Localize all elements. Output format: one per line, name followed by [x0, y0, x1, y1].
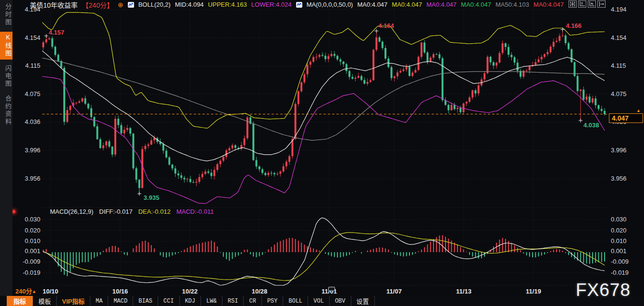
candle-body	[529, 66, 531, 71]
price-axis-label: 3.956	[25, 175, 40, 182]
candle-body	[148, 145, 149, 146]
tab-cr[interactable]: CR	[243, 296, 261, 306]
sidebar-item-timeline-chart[interactable]: 分时图	[0, 1, 12, 28]
price-axis-label: 3.996	[25, 147, 40, 154]
candle-body	[348, 71, 350, 77]
boll_mid-line	[42, 51, 605, 161]
candle-body	[276, 174, 278, 174]
tab-obv[interactable]: OBV	[329, 296, 351, 306]
candle-body	[231, 145, 233, 148]
candle-body	[162, 144, 164, 151]
tab-template[interactable]: 模板	[33, 296, 56, 306]
candle-body	[172, 165, 173, 169]
tab-settings[interactable]: 设置	[351, 296, 375, 306]
pan-right-icon[interactable]	[597, 0, 606, 8]
candle-body	[550, 47, 552, 52]
date-label: 11/19	[526, 288, 541, 295]
candle-body	[189, 179, 191, 182]
price-axis-label: 4.194	[611, 6, 627, 13]
date-label: 10/10	[43, 288, 59, 295]
candle-body	[544, 54, 545, 57]
candle-body	[430, 58, 432, 61]
candle-body	[295, 104, 297, 139]
macd-axis-label: -0.019	[611, 269, 629, 276]
candle-body	[228, 148, 230, 150]
candle-body	[360, 76, 362, 80]
macd-diff-value: DIFF:-0.017	[99, 208, 132, 215]
candle-body	[319, 55, 321, 57]
candle-body	[447, 105, 449, 110]
macd-axis-label: 0.001	[25, 247, 40, 255]
candle-body	[406, 67, 408, 70]
period-arrow-icon: ▲	[32, 289, 37, 294]
candle-body	[493, 62, 495, 66]
price-annotation: 4.157	[49, 29, 64, 36]
candle-body	[556, 41, 557, 42]
candle-body	[66, 110, 68, 122]
ma-indicator-icon[interactable]	[296, 2, 302, 8]
candle-body	[144, 146, 146, 149]
candle-body	[586, 97, 588, 100]
candle-body	[84, 98, 86, 104]
candle-body	[438, 54, 440, 58]
toolbar-handle-icon[interactable]	[328, 287, 335, 291]
candle-body	[322, 55, 323, 56]
tab-vip-indicator[interactable]: VIP指标	[56, 296, 90, 306]
candle-body	[394, 76, 396, 78]
tab-cci[interactable]: CCI	[158, 296, 179, 306]
macd-axis-label: 0.010	[25, 237, 40, 245]
candle-body	[150, 140, 152, 145]
sidebar-item-lightning-chart[interactable]: 闪电图	[0, 63, 12, 90]
tab-macd[interactable]: MACD	[108, 296, 133, 306]
sidebar-item-candle-chart[interactable]: K线图	[0, 32, 12, 60]
period-label: 240分	[15, 288, 32, 295]
boll-lower-value: LOWER:4.024	[251, 1, 292, 8]
crosshair-icon[interactable]	[569, 0, 577, 8]
candle-body	[99, 139, 101, 148]
axis-scale-x-icon[interactable]	[588, 0, 596, 8]
ma50-line	[42, 58, 605, 141]
candle-body	[81, 98, 83, 102]
candle-body	[379, 37, 381, 42]
candle-body	[367, 82, 369, 84]
chart-control-icons	[569, 0, 606, 8]
tab-boll[interactable]: BOLL	[283, 296, 308, 306]
candle-body	[124, 130, 125, 133]
candle-body	[220, 161, 222, 164]
candle-body	[201, 174, 203, 177]
tab-indicator[interactable]: 指标	[7, 296, 33, 306]
candle-body	[462, 103, 464, 112]
ma-value-0: MA0:4.047	[357, 1, 387, 8]
candle-body	[63, 68, 65, 122]
tab-psy[interactable]: PSY	[261, 296, 283, 306]
tab-kdj[interactable]: KDJ	[179, 296, 201, 306]
candle-body	[184, 178, 186, 179]
candle-body	[186, 179, 188, 179]
add-indicator-icon[interactable]: ⊕	[118, 1, 124, 8]
tab-rsi[interactable]: RSI	[222, 296, 244, 306]
tab-bias[interactable]: BIAS	[133, 296, 158, 306]
candle-body	[384, 48, 386, 59]
axis-scale-y-icon[interactable]	[578, 0, 586, 8]
date-label: 11/07	[386, 288, 402, 295]
chart-canvas[interactable]: 4.1574.1644.1663.9354.0384.1944.1944.154…	[0, 0, 644, 306]
macd-pane-marker-icon[interactable]	[12, 210, 15, 213]
candle-body	[514, 57, 516, 62]
tab-lw[interactable]: LW&	[200, 296, 222, 306]
price-axis-label: 4.036	[25, 118, 40, 125]
sidebar-item-contract-info[interactable]: 合约资料	[0, 93, 12, 128]
tab-vol[interactable]: VOL	[308, 296, 329, 306]
candle-body	[285, 162, 287, 166]
price-annotation: 4.164	[378, 22, 394, 29]
candle-body	[120, 125, 122, 133]
price-axis-label: 4.154	[611, 34, 627, 41]
candle-body	[415, 70, 417, 73]
candle-body	[111, 147, 113, 155]
candle-body	[592, 98, 594, 102]
candle-body	[562, 36, 564, 36]
boll-indicator-icon[interactable]	[128, 2, 134, 8]
candle-body	[558, 36, 560, 41]
candle-body	[213, 170, 215, 176]
candle-body	[510, 55, 512, 57]
tab-ma[interactable]: MA	[90, 296, 108, 306]
